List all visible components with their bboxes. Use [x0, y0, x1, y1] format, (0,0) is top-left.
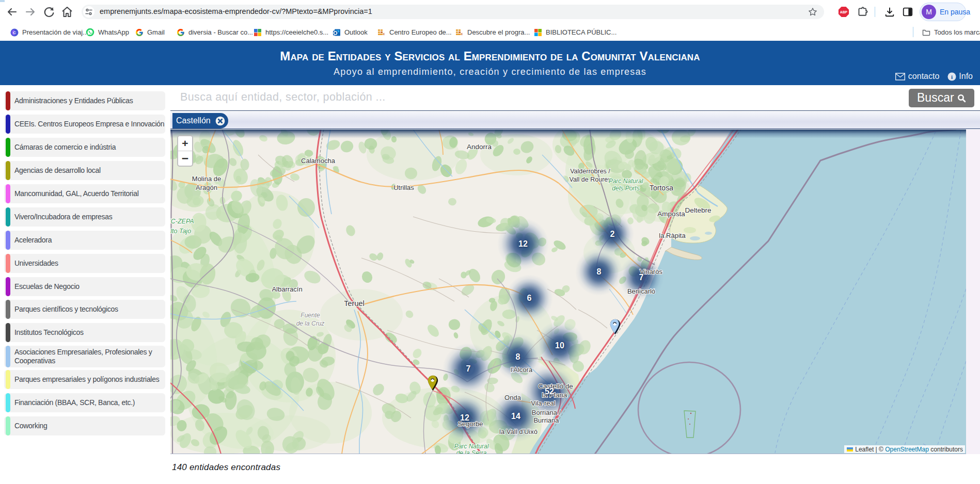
svg-text:ABP: ABP: [840, 10, 848, 14]
svg-text:E: E: [461, 33, 463, 36]
svg-text:C: C: [13, 30, 16, 35]
svg-text:E: E: [383, 33, 385, 36]
svg-text:i: i: [951, 73, 953, 79]
